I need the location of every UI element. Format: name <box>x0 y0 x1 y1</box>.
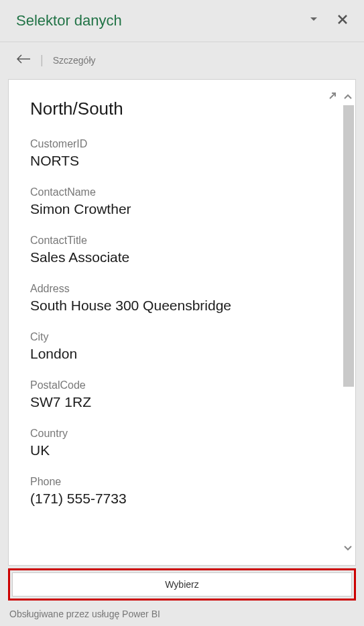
field-label: Country <box>30 428 326 440</box>
footer-text: Obsługiwane przez usługę Power BI <box>0 605 364 626</box>
back-arrow-icon[interactable] <box>16 54 31 66</box>
details-card: North/South CustomerID NORTS ContactName… <box>8 79 356 566</box>
scrollbar-thumb[interactable] <box>343 105 354 387</box>
field-group: PostalCode SW7 1RZ <box>30 379 326 410</box>
header-controls <box>309 14 348 28</box>
breadcrumb-label: Szczegóły <box>53 55 96 66</box>
field-value: SW7 1RZ <box>30 394 326 410</box>
field-label: ContactTitle <box>30 235 326 247</box>
field-group: ContactTitle Sales Associate <box>30 235 326 265</box>
scroll-up-icon[interactable] <box>343 90 353 103</box>
field-label: CustomerID <box>30 138 326 150</box>
field-group: ContactName Simon Crowther <box>30 186 326 217</box>
field-value: UK <box>30 442 326 458</box>
breadcrumb-row: | Szczegóły <box>0 42 364 79</box>
scroll-down-icon[interactable] <box>343 542 353 554</box>
field-label: Phone <box>30 476 326 488</box>
field-group: Phone (171) 555-7733 <box>30 476 326 507</box>
panel-title: Selektor danych <box>16 12 122 29</box>
field-label: PostalCode <box>30 379 326 391</box>
field-group: City London <box>30 331 326 362</box>
field-label: ContactName <box>30 186 326 198</box>
close-icon[interactable] <box>337 14 348 28</box>
field-value: NORTS <box>30 153 326 169</box>
expand-icon[interactable] <box>327 92 337 104</box>
card-scroll-area[interactable]: North/South CustomerID NORTS ContactName… <box>30 99 355 565</box>
field-value: Sales Associate <box>30 249 326 265</box>
content-wrapper: North/South CustomerID NORTS ContactName… <box>0 79 364 566</box>
select-button[interactable]: Wybierz <box>12 572 352 597</box>
select-button-highlight: Wybierz <box>8 568 356 601</box>
record-title: North/South <box>30 99 326 119</box>
field-value: South House 300 Queensbridge <box>30 298 326 314</box>
field-group: CustomerID NORTS <box>30 138 326 169</box>
action-row: Wybierz <box>0 566 364 605</box>
dropdown-icon[interactable] <box>309 15 318 27</box>
field-value: (171) 555-7733 <box>30 491 326 507</box>
panel-header: Selektor danych <box>0 0 364 42</box>
field-group: Address South House 300 Queensbridge <box>30 283 326 314</box>
field-label: Address <box>30 283 326 295</box>
data-selector-panel: Selektor danych | Szczegóły North/South <box>0 0 364 626</box>
scrollbar-track[interactable] <box>342 89 354 556</box>
field-label: City <box>30 331 326 343</box>
field-value: London <box>30 346 326 362</box>
breadcrumb-divider: | <box>40 53 44 67</box>
field-value: Simon Crowther <box>30 201 326 217</box>
field-group: Country UK <box>30 428 326 458</box>
